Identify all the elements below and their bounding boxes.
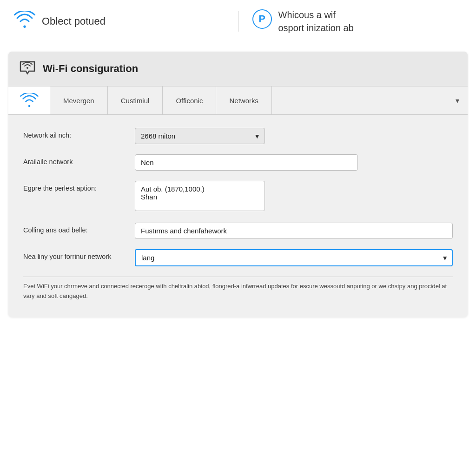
select-wrapper-network-type: 2668 miton ▼	[135, 128, 265, 144]
tabs-row: Mevergen Custimiul Officonic Networks ▾	[8, 86, 468, 115]
parking-icon: P	[252, 9, 272, 29]
top-bar: Oblect potued P Whicous a wif osport ini…	[0, 0, 476, 43]
form-area: Network ail nch: 2668 miton ▼ Arailaile …	[8, 115, 468, 317]
chevron-down-icon: ▾	[456, 96, 459, 105]
wifi-config-icon	[19, 59, 36, 79]
tab-officonic[interactable]: Officonic	[163, 86, 216, 114]
card-header: Wi-Fi consiguration	[8, 52, 468, 86]
card-header-title: Wi-Fi consiguration	[43, 63, 138, 75]
available-network-input[interactable]	[135, 154, 358, 171]
colling-input[interactable]	[135, 223, 453, 239]
label-available-network: Arailaile network	[23, 154, 126, 165]
top-bar-right: P Whicous a wif osport inization ab	[238, 8, 463, 34]
network-lang-select[interactable]: lang Option X Option Y	[135, 249, 453, 266]
form-row-available-network: Arailaile network	[23, 154, 453, 171]
tab-wifi-icon[interactable]	[8, 86, 50, 114]
label-perlest-aption: Egpre the perlest aption:	[23, 181, 126, 192]
form-row-network-lang: Nea liny your forrinur network lang Opti…	[23, 249, 453, 266]
right-title-line1: Whicous a wif	[278, 8, 354, 21]
label-network-lang: Nea liny your forrinur network	[23, 249, 126, 260]
form-row-colling: Colling ans oad belle:	[23, 223, 453, 239]
select-wrapper-network-lang: lang Option X Option Y ▼	[135, 249, 453, 266]
control-network-type: 2668 miton ▼	[135, 128, 453, 144]
control-perlest-aption: Aut ob. (1870,1000.) Shan	[135, 181, 453, 212]
tab-networks[interactable]: Networks	[216, 86, 272, 114]
network-type-select[interactable]: 2668 miton	[135, 128, 265, 144]
footer-description: Evet WiFi your chrmeve and connected rec…	[23, 277, 453, 308]
tab-mevergen[interactable]: Mevergen	[50, 86, 108, 114]
control-network-lang: lang Option X Option Y ▼	[135, 249, 453, 266]
tab-custimiul[interactable]: Custimiul	[108, 86, 163, 114]
form-row-perlest-aption: Egpre the perlest aption: Aut ob. (1870,…	[23, 181, 453, 212]
top-bar-right-text: Whicous a wif osport inization ab	[278, 8, 354, 34]
main-card: Wi-Fi consiguration Mevergen Custimiul O…	[8, 52, 468, 317]
top-bar-left-title: Oblect potued	[42, 15, 106, 27]
control-colling	[135, 223, 453, 239]
label-colling: Colling ans oad belle:	[23, 223, 126, 234]
right-title-line2: osport inization ab	[278, 21, 354, 34]
svg-point-0	[26, 67, 28, 69]
perlest-aption-textarea[interactable]: Aut ob. (1870,1000.) Shan	[135, 181, 265, 211]
form-row-network-type: Network ail nch: 2668 miton ▼	[23, 128, 453, 144]
tab-more-button[interactable]: ▾	[447, 86, 468, 114]
control-available-network	[135, 154, 453, 171]
top-bar-left: Oblect potued	[14, 11, 238, 32]
wifi-icon-large	[14, 11, 35, 32]
label-network-type: Network ail nch:	[23, 128, 126, 139]
